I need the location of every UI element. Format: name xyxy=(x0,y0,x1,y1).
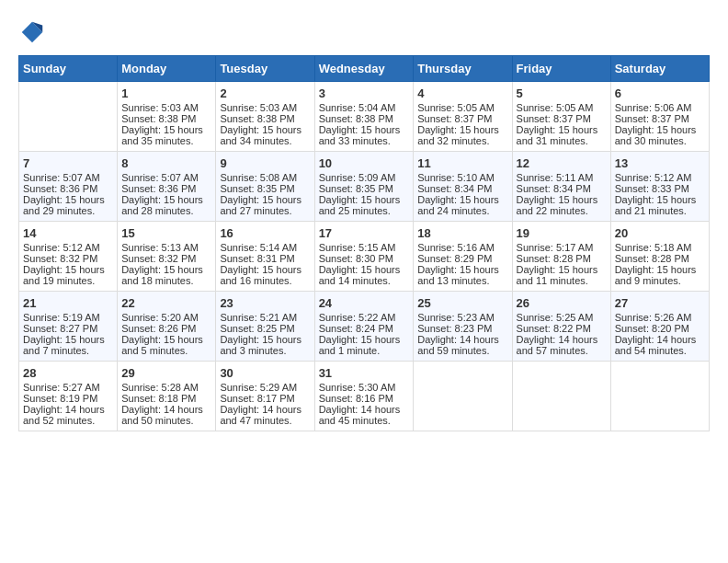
day-number: 15 xyxy=(121,226,211,240)
daylight-text: Daylight: 15 hours and 18 minutes. xyxy=(121,264,203,286)
header-thursday: Thursday xyxy=(414,56,512,82)
calendar-cell: 27Sunrise: 5:26 AMSunset: 8:20 PMDayligh… xyxy=(610,292,709,362)
calendar-cell: 10Sunrise: 5:09 AMSunset: 8:35 PMDayligh… xyxy=(314,152,414,222)
sunrise-text: Sunrise: 5:10 AM xyxy=(417,172,495,183)
sunrise-text: Sunrise: 5:03 AM xyxy=(220,102,297,113)
header-tuesday: Tuesday xyxy=(216,56,314,82)
day-number: 29 xyxy=(121,366,211,380)
calendar-cell: 21Sunrise: 5:19 AMSunset: 8:27 PMDayligh… xyxy=(19,292,118,362)
daylight-text: Daylight: 15 hours and 25 minutes. xyxy=(319,194,401,216)
day-number: 27 xyxy=(615,296,705,310)
sunset-text: Sunset: 8:37 PM xyxy=(517,113,591,124)
sunrise-text: Sunrise: 5:16 AM xyxy=(417,242,495,253)
daylight-text: Daylight: 15 hours and 21 minutes. xyxy=(615,194,697,216)
header-row: SundayMondayTuesdayWednesdayThursdayFrid… xyxy=(19,56,710,82)
sunset-text: Sunset: 8:23 PM xyxy=(417,323,492,334)
daylight-text: Daylight: 15 hours and 14 minutes. xyxy=(319,264,401,286)
day-number: 26 xyxy=(517,296,607,310)
calendar-cell: 6Sunrise: 5:06 AMSunset: 8:37 PMDaylight… xyxy=(610,82,709,152)
sunrise-text: Sunrise: 5:07 AM xyxy=(23,172,100,183)
sunset-text: Sunset: 8:35 PM xyxy=(319,183,393,194)
sunset-text: Sunset: 8:37 PM xyxy=(615,113,689,124)
sunrise-text: Sunrise: 5:05 AM xyxy=(417,102,495,113)
sunrise-text: Sunrise: 5:12 AM xyxy=(615,172,692,183)
sunset-text: Sunset: 8:20 PM xyxy=(615,323,689,334)
calendar-cell: 28Sunrise: 5:27 AMSunset: 8:19 PMDayligh… xyxy=(19,362,118,431)
daylight-text: Daylight: 15 hours and 16 minutes. xyxy=(220,264,301,286)
sunset-text: Sunset: 8:25 PM xyxy=(220,323,294,334)
calendar-cell: 14Sunrise: 5:12 AMSunset: 8:32 PMDayligh… xyxy=(19,222,118,292)
sunset-text: Sunset: 8:37 PM xyxy=(417,113,492,124)
daylight-text: Daylight: 15 hours and 32 minutes. xyxy=(417,124,499,146)
daylight-text: Daylight: 14 hours and 59 minutes. xyxy=(417,334,499,356)
daylight-text: Daylight: 15 hours and 9 minutes. xyxy=(615,264,697,286)
calendar-cell: 1Sunrise: 5:03 AMSunset: 8:38 PMDaylight… xyxy=(118,82,216,152)
day-number: 23 xyxy=(220,296,310,310)
daylight-text: Daylight: 14 hours and 52 minutes. xyxy=(23,404,105,426)
sunrise-text: Sunrise: 5:08 AM xyxy=(220,172,297,183)
sunset-text: Sunset: 8:17 PM xyxy=(220,393,294,404)
page-header xyxy=(18,18,710,46)
day-number: 22 xyxy=(121,296,211,310)
sunset-text: Sunset: 8:32 PM xyxy=(23,253,97,264)
sunset-text: Sunset: 8:26 PM xyxy=(121,323,196,334)
sunset-text: Sunset: 8:18 PM xyxy=(121,393,196,404)
day-number: 28 xyxy=(23,366,113,380)
sunset-text: Sunset: 8:28 PM xyxy=(517,253,591,264)
day-number: 16 xyxy=(220,226,310,240)
sunset-text: Sunset: 8:38 PM xyxy=(319,113,393,124)
calendar-cell: 25Sunrise: 5:23 AMSunset: 8:23 PMDayligh… xyxy=(414,292,512,362)
day-number: 19 xyxy=(517,226,607,240)
calendar-cell: 31Sunrise: 5:30 AMSunset: 8:16 PMDayligh… xyxy=(314,362,414,431)
daylight-text: Daylight: 15 hours and 34 minutes. xyxy=(220,124,301,146)
calendar-cell: 29Sunrise: 5:28 AMSunset: 8:18 PMDayligh… xyxy=(118,362,216,431)
calendar-cell: 2Sunrise: 5:03 AMSunset: 8:38 PMDaylight… xyxy=(216,82,314,152)
sunrise-text: Sunrise: 5:18 AM xyxy=(615,242,692,253)
day-number: 30 xyxy=(220,366,310,380)
header-sunday: Sunday xyxy=(19,56,118,82)
sunrise-text: Sunrise: 5:03 AM xyxy=(121,102,199,113)
day-number: 2 xyxy=(220,86,310,100)
daylight-text: Daylight: 15 hours and 3 minutes. xyxy=(220,334,301,356)
sunrise-text: Sunrise: 5:07 AM xyxy=(121,172,199,183)
calendar-cell xyxy=(610,362,709,431)
sunrise-text: Sunrise: 5:19 AM xyxy=(23,312,100,323)
sunset-text: Sunset: 8:32 PM xyxy=(121,253,196,264)
calendar-cell xyxy=(512,362,610,431)
daylight-text: Daylight: 15 hours and 28 minutes. xyxy=(121,194,203,216)
daylight-text: Daylight: 15 hours and 5 minutes. xyxy=(121,334,203,356)
logo xyxy=(18,18,51,46)
daylight-text: Daylight: 15 hours and 31 minutes. xyxy=(517,124,598,146)
logo-icon xyxy=(18,18,46,46)
sunrise-text: Sunrise: 5:27 AM xyxy=(23,382,100,393)
sunrise-text: Sunrise: 5:09 AM xyxy=(319,172,396,183)
sunset-text: Sunset: 8:28 PM xyxy=(615,253,689,264)
day-number: 11 xyxy=(417,156,507,170)
sunset-text: Sunset: 8:36 PM xyxy=(121,183,196,194)
sunrise-text: Sunrise: 5:28 AM xyxy=(121,382,199,393)
week-row-2: 7Sunrise: 5:07 AMSunset: 8:36 PMDaylight… xyxy=(19,152,710,222)
sunset-text: Sunset: 8:36 PM xyxy=(23,183,97,194)
daylight-text: Daylight: 15 hours and 24 minutes. xyxy=(417,194,499,216)
calendar-cell: 5Sunrise: 5:05 AMSunset: 8:37 PMDaylight… xyxy=(512,82,610,152)
daylight-text: Daylight: 15 hours and 7 minutes. xyxy=(23,334,105,356)
daylight-text: Daylight: 15 hours and 19 minutes. xyxy=(23,264,105,286)
sunrise-text: Sunrise: 5:17 AM xyxy=(517,242,594,253)
header-monday: Monday xyxy=(118,56,216,82)
calendar-cell: 11Sunrise: 5:10 AMSunset: 8:34 PMDayligh… xyxy=(414,152,512,222)
sunrise-text: Sunrise: 5:12 AM xyxy=(23,242,100,253)
header-wednesday: Wednesday xyxy=(314,56,414,82)
calendar-cell: 3Sunrise: 5:04 AMSunset: 8:38 PMDaylight… xyxy=(314,82,414,152)
sunset-text: Sunset: 8:31 PM xyxy=(220,253,294,264)
daylight-text: Daylight: 15 hours and 1 minute. xyxy=(319,334,401,356)
daylight-text: Daylight: 15 hours and 11 minutes. xyxy=(517,264,598,286)
sunrise-text: Sunrise: 5:26 AM xyxy=(615,312,692,323)
sunrise-text: Sunrise: 5:22 AM xyxy=(319,312,396,323)
sunset-text: Sunset: 8:19 PM xyxy=(23,393,97,404)
daylight-text: Daylight: 15 hours and 27 minutes. xyxy=(220,194,301,216)
daylight-text: Daylight: 14 hours and 50 minutes. xyxy=(121,404,203,426)
calendar-cell: 19Sunrise: 5:17 AMSunset: 8:28 PMDayligh… xyxy=(512,222,610,292)
daylight-text: Daylight: 14 hours and 54 minutes. xyxy=(615,334,697,356)
calendar-cell: 9Sunrise: 5:08 AMSunset: 8:35 PMDaylight… xyxy=(216,152,314,222)
sunset-text: Sunset: 8:27 PM xyxy=(23,323,97,334)
